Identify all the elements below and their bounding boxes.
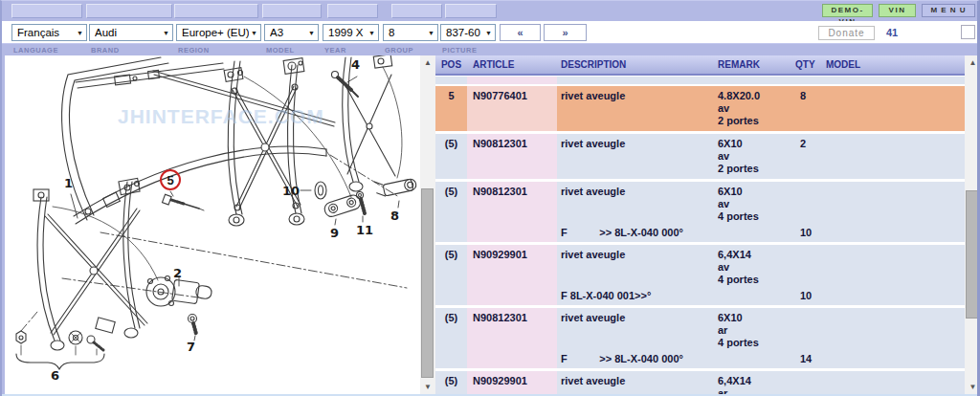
scroll-down-icon[interactable]: ▼ — [965, 383, 980, 391]
vin-button[interactable]: VIN — [879, 4, 916, 17]
table-scrollbar[interactable]: ▲ ▼ — [965, 55, 980, 394]
model-cell — [824, 371, 965, 394]
diagram-panel[interactable]: JHINTERFACE.COM — [5, 55, 420, 394]
bolt-part-5 — [162, 194, 204, 210]
bracket-part-8 — [374, 173, 417, 197]
group-select[interactable]: 8 ▼ — [383, 24, 438, 41]
article-cell: N90776401 — [467, 86, 557, 131]
group-value: 8 — [389, 27, 426, 38]
year-label: YEAR — [324, 46, 346, 55]
demo-vin-button[interactable]: DEMO-VIN — [822, 4, 873, 17]
toolbar-select-row: Français ▼ Audi ▼ Europe+ (EU) ▼ A3 ▼ 19… — [2, 21, 977, 43]
brand-label: BRAND — [91, 46, 120, 55]
callout-9: 9 — [330, 226, 339, 240]
filter-box-language[interactable] — [11, 4, 82, 18]
article-cell: N90812301 — [467, 308, 557, 368]
next-picture-button[interactable]: » — [544, 24, 587, 41]
app-window: DEMO-VIN VIN M E N U Français ▼ Audi ▼ E… — [0, 0, 980, 396]
qty-cell: 2 — [793, 134, 824, 179]
watermark-text: JHINTERFACE.COM — [118, 105, 347, 128]
table-row[interactable]: (5) N90929901 rivet aveugle 6,4X14av4 po… — [435, 245, 965, 305]
filter-box-year[interactable] — [327, 4, 378, 18]
menu-button[interactable]: M E N U — [922, 4, 975, 17]
description-cell: rivet aveugle — [557, 308, 717, 353]
table-body: 5 N90776401 rivet aveugle 4.8X20.0av2 po… — [435, 76, 965, 394]
article-cell: N90812301 — [467, 134, 557, 179]
callout-2: 2 — [173, 266, 182, 280]
scroll-down-icon[interactable]: ▼ — [420, 383, 435, 391]
remark-cell — [717, 77, 793, 84]
remark-cell: 4.8X20.0av2 portes — [717, 86, 793, 131]
table-row[interactable]: (5) N90812301 rivet aveugle 6X10av4 port… — [435, 182, 965, 242]
model-cell — [824, 245, 965, 305]
f-note-cell: F 8L-X-040 001>>° — [557, 290, 793, 305]
header-description: DESCRIPTION — [557, 59, 717, 70]
callout-8: 8 — [390, 209, 399, 223]
chevron-down-icon: ▼ — [426, 30, 434, 36]
model-label: MODEL — [266, 46, 295, 55]
pos-cell: 5 — [435, 86, 467, 131]
filter-box-picture[interactable] — [445, 4, 497, 18]
year-select[interactable]: 1999 X ▼ — [323, 24, 379, 41]
table-row[interactable]: (5) N90812301 rivet aveugle 6X10av2 port… — [435, 134, 965, 179]
callout-4: 4 — [351, 57, 360, 72]
chevron-down-icon: ▼ — [161, 30, 169, 36]
pos-cell: (5) — [435, 134, 467, 179]
description-cell: rivet aveugle — [557, 134, 717, 179]
filter-box-model[interactable] — [262, 4, 322, 18]
toolbar-label-row: LANGUAGE BRAND REGION MODEL YEAR GROUP P… — [2, 43, 977, 55]
article-cell: N90812301 — [467, 182, 557, 242]
prev-picture-button[interactable]: « — [500, 24, 541, 41]
model-cell — [824, 182, 965, 242]
qty-cell — [793, 308, 824, 353]
picture-select[interactable]: 837-60 ▼ — [440, 24, 496, 41]
region-label: REGION — [178, 46, 210, 55]
scroll-up-icon[interactable]: ▲ — [420, 58, 435, 67]
diagram-scrollbar[interactable]: ▲ ▼ — [420, 55, 435, 394]
header-model: MODEL — [824, 59, 965, 70]
chevron-down-icon: ▼ — [306, 30, 315, 36]
f-qty-cell: 10 — [793, 227, 824, 242]
chevron-down-icon: ▼ — [483, 30, 492, 36]
table-row[interactable]: 5 N90776401 rivet aveugle 4.8X20.0av2 po… — [435, 86, 965, 131]
scroll-up-icon[interactable]: ▲ — [965, 58, 980, 67]
article-cell — [467, 77, 557, 84]
filter-box-brand[interactable] — [86, 4, 172, 18]
year-value: 1999 X — [328, 27, 367, 38]
scrollbar-thumb[interactable] — [421, 188, 434, 378]
article-cell: N90929901 — [467, 245, 557, 305]
filter-box-group[interactable] — [391, 4, 442, 18]
header-qty: QTY — [793, 59, 824, 70]
table-row[interactable] — [435, 77, 965, 84]
callout-11: 11 — [356, 223, 373, 237]
front-regulator — [224, 58, 351, 226]
f-qty-cell: 14 — [793, 353, 824, 368]
brand-select[interactable]: Audi ▼ — [89, 24, 173, 41]
picture-label: PICTURE — [442, 46, 477, 55]
rear-regulator — [343, 55, 402, 191]
small-input-box[interactable] — [961, 25, 975, 39]
pos-cell: (5) — [435, 245, 467, 305]
model-cell — [824, 134, 965, 179]
f-qty-cell: 10 — [793, 290, 824, 305]
table-header: POS ARTICLE DESCRIPTION REMARK QTY MODEL — [435, 55, 965, 76]
screw-part-11 — [357, 192, 366, 214]
pos-cell — [435, 77, 467, 84]
filter-box-region[interactable] — [174, 4, 258, 18]
group-label: GROUP — [385, 46, 413, 55]
qty-cell — [793, 77, 824, 84]
table-row[interactable]: (5) N90929901 rivet aveugle 6,4X14ar — [435, 371, 965, 394]
language-select[interactable]: Français ▼ — [11, 24, 87, 41]
model-value: A3 — [270, 27, 306, 38]
donate-button[interactable]: Donate — [818, 26, 875, 40]
region-select[interactable]: Europe+ (EU) ▼ — [176, 24, 261, 41]
remark-cell: 6,4X14ar — [717, 371, 793, 394]
picture-value: 837-60 — [446, 27, 483, 38]
scrollbar-thumb[interactable] — [966, 190, 979, 319]
table-row[interactable]: (5) N90812301 rivet aveugle 6X10ar4 port… — [435, 308, 965, 368]
callout-5-highlighted: 5 — [160, 169, 181, 190]
chevron-down-icon: ▼ — [75, 30, 83, 36]
model-cell — [824, 308, 965, 368]
model-select[interactable]: A3 ▼ — [264, 24, 319, 41]
header-article: ARTICLE — [467, 59, 557, 70]
